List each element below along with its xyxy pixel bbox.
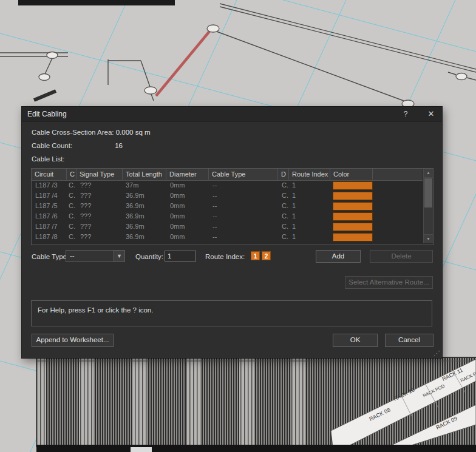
cell-route-index: 1 [292,201,296,211]
cell-cable-type: -- [212,201,217,211]
delete-button[interactable]: Delete [370,250,433,263]
help-button[interactable]: ? [401,109,410,119]
cell-route-index: 1 [292,232,296,242]
cell-signal-type: ??? [80,191,91,201]
column-header-total-length: Total Length [123,169,166,180]
cable-count-row: Cable Count: 16 [32,142,123,149]
cancel-button[interactable]: Cancel [385,334,433,347]
cell-signal-type: ??? [80,221,91,232]
application-window: { "icons": { "help": "?", "close": "✕", … [0,0,476,452]
cable-type-select[interactable]: -- ▼ [66,250,125,262]
column-header-route-index: Route Index [289,169,330,180]
scroll-up-icon[interactable]: ▲ [424,169,433,178]
cell-c: C. [69,211,75,221]
column-header-signal-type: Signal Type [76,169,123,180]
cell-total-length: 36.9m [126,191,144,201]
cell-cable-type: -- [212,191,217,201]
quantity-label: Quantity: [135,253,163,260]
column-header-cable-type: Cable Type [209,169,278,180]
cross-section-value: 0.000 sq m [116,129,151,136]
cell-total-length: 36.9m [126,221,144,232]
cable-list-table: Circuit C Signal Type Total Length Diame… [31,168,433,245]
cross-section-label: Cable Cross-Section Area: [32,129,114,136]
color-swatch[interactable] [333,181,373,190]
cell-circuit: L187 /8 [35,232,58,242]
table-header: Circuit C Signal Type Total Length Diame… [32,169,423,181]
column-header-circuit: Circuit [32,169,67,180]
resize-grip[interactable]: ⋰ [433,349,440,357]
cell-signal-type: ??? [80,201,91,211]
table-row[interactable]: L187 /5 C. ??? 36.9m 0mm -- C. 1 [32,201,423,211]
cell-c: C. [69,232,75,242]
select-alternative-route-button[interactable]: Select Alternative Route... [345,276,433,289]
cell-route-index: 1 [292,191,296,201]
cell-cable-type: -- [212,232,217,242]
cell-c: C. [69,201,75,211]
color-swatch[interactable] [333,212,373,221]
cell-d: C. [282,191,288,201]
table-row[interactable]: L187 /3 C. ??? 37m 0mm -- C. 1 [32,180,423,191]
column-header-c: C [67,169,76,180]
color-swatch[interactable] [333,202,373,211]
cell-circuit: L187 /5 [35,201,58,211]
cell-circuit: L187 /3 [35,180,58,191]
cell-diameter: 0mm [170,211,185,221]
cell-diameter: 0mm [170,191,185,201]
column-header-filler [373,169,423,180]
dialog-titlebar[interactable]: Edit Cabling ? ✕ [22,107,442,122]
table-row[interactable]: L187 /7 C. ??? 36.9m 0mm -- C. 1 [32,221,423,232]
add-button[interactable]: Add [316,250,361,263]
append-to-worksheet-button[interactable]: Append to Worksheet... [32,334,114,347]
cell-signal-type: ??? [80,211,91,221]
cable-count-value: 16 [115,142,123,149]
cell-d: C. [282,232,288,242]
route-index-label: Route Index: [205,253,245,260]
route-index-badge-2[interactable]: 2 [262,251,271,260]
cell-cable-type: -- [212,221,217,232]
table-row[interactable]: L187 /6 C. ??? 36.9m 0mm -- C. 1 [32,211,423,221]
cell-total-length: 37m [126,180,138,191]
chevron-down-icon[interactable]: ▼ [114,251,124,261]
cell-total-length: 36.9m [126,232,144,242]
scroll-down-icon[interactable]: ▼ [424,234,433,243]
color-swatch[interactable] [333,223,373,231]
ok-button[interactable]: OK [333,334,378,347]
table-row[interactable]: L187 /8 C. ??? 36.9m 0mm -- C. 1 [32,232,423,242]
cell-d: C. [282,221,288,232]
cell-signal-type: ??? [80,180,91,191]
route-index-badge-1[interactable]: 1 [251,251,260,260]
cable-count-label: Cable Count: [32,142,113,149]
color-swatch[interactable] [333,233,373,241]
cable-type-value: -- [70,252,75,259]
cable-list-label: Cable List: [32,155,64,163]
cell-circuit: L187 /7 [35,221,58,232]
table-row[interactable]: L187 /4 C. ??? 36.9m 0mm -- C. 1 [32,191,423,201]
cell-route-index: 1 [292,221,296,232]
color-swatch[interactable] [333,192,373,200]
quantity-input[interactable] [165,251,196,261]
edit-cabling-dialog: Edit Cabling ? ✕ Cable Cross-Section Are… [21,106,443,359]
cable-type-label: Cable Type: [32,253,69,260]
cell-diameter: 0mm [170,180,185,191]
cell-total-length: 36.9m [126,211,144,221]
cell-route-index: 1 [292,211,296,221]
close-icon[interactable]: ✕ [426,109,436,119]
help-text: For Help, press F1 or click the ? icon. [38,306,153,314]
column-header-color: Color [330,169,373,180]
cell-c: C. [69,221,75,232]
server-racks: RACK 11 RACK POD RACK 10 RACK POD RACK 0… [36,357,476,452]
dialog-title: Edit Cabling [27,110,67,118]
column-header-diameter: Diameter [166,169,209,180]
cell-d: C. [282,180,288,191]
table-scrollbar[interactable]: ▲ ▼ [423,169,433,243]
help-box: For Help, press F1 or click the ? icon. [31,300,432,326]
scrollbar-thumb[interactable] [424,178,432,207]
cell-signal-type: ??? [80,232,91,242]
cell-route-index: 1 [292,180,296,191]
cell-c: C. [69,180,75,191]
cell-diameter: 0mm [170,201,185,211]
cell-circuit: L187 /6 [35,211,58,221]
cell-c: C. [69,191,75,201]
cell-d: C. [282,201,288,211]
cell-diameter: 0mm [170,221,185,232]
